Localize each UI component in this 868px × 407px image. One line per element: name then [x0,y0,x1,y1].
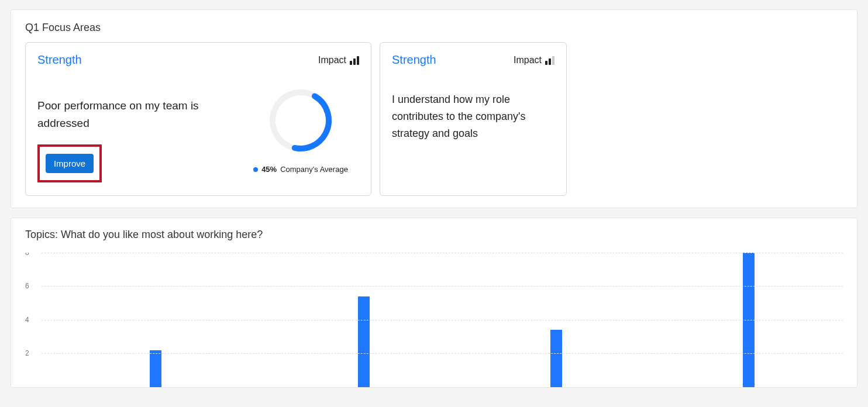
gridline [42,353,843,354]
y-tick-label: 6 [25,282,29,290]
topics-chart-title: Topics: What do you like most about work… [25,229,843,241]
improve-button[interactable]: Improve [46,154,94,173]
chart-bar[interactable] [550,330,562,387]
impact-label: Impact [318,55,346,65]
y-axis: 2468 [25,253,37,387]
chart-bar[interactable] [358,296,370,387]
gridline [42,253,843,253]
legend-value: 45% [261,165,277,174]
card-text-column: Poor performance on my team is addressed… [37,74,225,182]
card-header: Strength Impact [392,53,554,67]
y-tick-label: 8 [25,253,29,257]
impact-label: Impact [514,55,542,65]
strength-link[interactable]: Strength [392,53,436,67]
chart-bar[interactable] [150,350,161,387]
impact-indicator: Impact [318,55,359,65]
donut-column: 45% Company's Average [242,82,359,174]
y-tick-label: 2 [25,349,29,357]
legend-dot-icon [253,167,258,172]
improve-highlight-box: Improve [37,144,102,182]
bars-icon [350,56,359,65]
card-body: Poor performance on my team is addressed… [37,74,359,182]
donut-legend: 45% Company's Average [253,165,348,174]
focus-areas-panel: Q1 Focus Areas Strength Impact Poor perf… [11,9,857,208]
topics-chart-panel: Topics: What do you like most about work… [11,218,857,388]
donut-chart [268,88,333,153]
bar-chart: 2468 [25,253,843,387]
card-header: Strength Impact [37,53,359,67]
focus-card: Strength Impact Poor performance on my t… [25,42,371,196]
card-description: Poor performance on my team is addressed [37,97,225,133]
y-tick-label: 4 [25,316,29,324]
strength-link[interactable]: Strength [37,53,82,67]
focus-cards-row: Strength Impact Poor performance on my t… [25,42,843,196]
gridline [42,320,843,320]
impact-indicator: Impact [514,55,554,65]
gridline [42,286,843,287]
legend-label: Company's Average [280,165,348,174]
bars-icon [545,56,554,65]
card-description: I understand how my role contributes to … [392,91,554,142]
focus-areas-title: Q1 Focus Areas [25,22,843,34]
focus-card: Strength Impact I understand how my role… [380,42,567,196]
